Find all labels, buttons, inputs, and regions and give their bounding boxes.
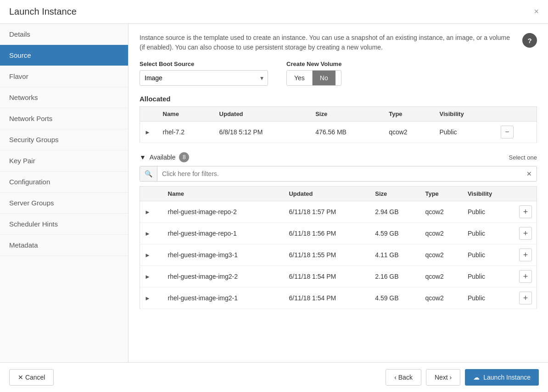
help-icon[interactable]: ? [522,33,537,48]
row-name: rhel-guest-image-img2-2 [163,266,285,287]
sidebar-item-networks[interactable]: Networks [0,87,128,108]
allocated-visibility-header: Visibility [435,107,496,121]
create-volume-group: Create New Volume Yes No [286,61,341,86]
boot-source-select-wrapper: Image Snapshot Volume Volume Snapshot ▾ [140,70,268,86]
sidebar-item-source[interactable]: Source [0,45,128,66]
row-type: qcow2 [420,201,463,223]
add-button[interactable]: + [519,248,532,261]
row-type: qcow2 [420,266,463,287]
row-visibility: Public [435,121,496,143]
create-volume-toggle: Yes No [286,70,341,86]
row-updated: 6/8/18 5:12 PM [215,121,311,143]
filter-bar: 🔍 ✕ [140,166,537,182]
table-row: ► rhel-guest-image-img2-1 6/11/18 1:54 P… [140,287,537,309]
form-row: Select Boot Source Image Snapshot Volume… [140,61,537,86]
row-name: rhel-guest-image-repo-2 [163,201,285,223]
launch-label: Launch Instance [483,374,531,381]
boot-source-label: Select Boot Source [140,61,268,67]
row-expand-icon[interactable]: ► [145,209,151,215]
boot-source-group: Select Boot Source Image Snapshot Volume… [140,61,268,86]
row-size: 2.16 GB [370,266,420,287]
sidebar-item-configuration[interactable]: Configuration [0,171,128,193]
launch-instance-modal: Launch Instance × Details Source Flavor … [0,0,548,392]
add-button[interactable]: + [519,292,532,304]
allocated-expand-col [140,107,158,121]
create-volume-yes[interactable]: Yes [287,71,313,85]
row-expand-icon[interactable]: ► [145,129,151,136]
available-header: ▼ Available 8 Select one [140,152,537,162]
available-title[interactable]: ▼ Available 8 [140,152,189,162]
modal-body: Details Source Flavor Networks Network P… [0,24,548,362]
row-size: 2.94 GB [370,201,420,223]
row-updated: 6/11/18 1:54 PM [284,266,370,287]
launch-cloud-icon: ☁ [473,374,480,381]
search-icon: 🔍 [140,166,157,181]
row-name: rhel-guest-image-img3-1 [163,244,285,266]
row-visibility: Public [463,266,514,287]
row-size: 476.56 MB [311,121,384,143]
filter-clear-icon[interactable]: ✕ [522,166,537,181]
row-visibility: Public [463,223,514,244]
sidebar-item-metadata[interactable]: Metadata [0,235,128,256]
filter-input[interactable] [157,166,522,181]
row-visibility: Public [463,201,514,223]
footer-actions: ‹ Back Next › ☁ Launch Instance [386,369,539,386]
available-label: Available [150,154,176,161]
table-row: ► rhel-guest-image-img2-2 6/11/18 1:54 P… [140,266,537,287]
info-text: Instance source is the template used to … [140,33,516,52]
create-volume-label: Create New Volume [286,61,341,67]
sidebar-item-network-ports[interactable]: Network Ports [0,108,128,129]
table-row: ► rhel-7.2 6/8/18 5:12 PM 476.56 MB qcow… [140,121,537,143]
row-expand-icon[interactable]: ► [145,295,151,302]
modal-title: Launch Instance [9,6,77,17]
add-button[interactable]: + [519,270,532,283]
allocated-section-title: Allocated [140,95,537,103]
row-updated: 6/11/18 1:57 PM [284,201,370,223]
row-name: rhel-guest-image-repo-1 [163,223,285,244]
row-updated: 6/11/18 1:55 PM [284,244,370,266]
launch-instance-button[interactable]: ☁ Launch Instance [465,369,539,386]
sidebar-item-server-groups[interactable]: Server Groups [0,193,128,214]
row-updated: 6/11/18 1:56 PM [284,223,370,244]
row-size: 4.59 GB [370,287,420,309]
row-visibility: Public [463,287,514,309]
row-type: qcow2 [384,121,435,143]
row-expand-icon[interactable]: ► [145,273,151,280]
allocated-name-header: Name [158,107,215,121]
table-row: ► rhel-guest-image-img3-1 6/11/18 1:55 P… [140,244,537,266]
sidebar-item-flavor[interactable]: Flavor [0,66,128,87]
add-button[interactable]: + [519,205,532,218]
table-row: ► rhel-guest-image-repo-2 6/11/18 1:57 P… [140,201,537,223]
row-size: 4.59 GB [370,223,420,244]
remove-button[interactable]: − [501,126,514,138]
allocated-updated-header: Updated [215,107,311,121]
boot-source-select[interactable]: Image Snapshot Volume Volume Snapshot [140,70,268,86]
available-updated-header: Updated [284,187,370,201]
row-type: qcow2 [420,244,463,266]
available-expand-col [140,187,163,201]
sidebar-item-security-groups[interactable]: Security Groups [0,129,128,150]
next-button[interactable]: Next › [426,369,460,386]
sidebar-item-key-pair[interactable]: Key Pair [0,150,128,171]
row-type: qcow2 [420,287,463,309]
available-badge: 8 [179,152,189,162]
back-button[interactable]: ‹ Back [386,369,421,386]
sidebar-item-scheduler-hints[interactable]: Scheduler Hints [0,214,128,235]
info-bar: Instance source is the template used to … [140,33,537,52]
sidebar-item-details[interactable]: Details [0,24,128,45]
create-volume-no[interactable]: No [313,71,336,85]
available-action-col [514,187,537,201]
row-name: rhel-7.2 [158,121,215,143]
table-row: ► rhel-guest-image-repo-1 6/11/18 1:56 P… [140,223,537,244]
modal-header: Launch Instance × [0,0,548,24]
cancel-button[interactable]: ✕ Cancel [9,369,54,386]
close-icon[interactable]: × [534,7,539,17]
available-name-header: Name [163,187,285,201]
row-size: 4.11 GB [370,244,420,266]
row-name: rhel-guest-image-img2-1 [163,287,285,309]
row-expand-icon[interactable]: ► [145,230,151,237]
add-button[interactable]: + [519,227,532,240]
allocated-type-header: Type [384,107,435,121]
row-expand-icon[interactable]: ► [145,252,151,259]
select-one-label: Select one [509,154,537,161]
